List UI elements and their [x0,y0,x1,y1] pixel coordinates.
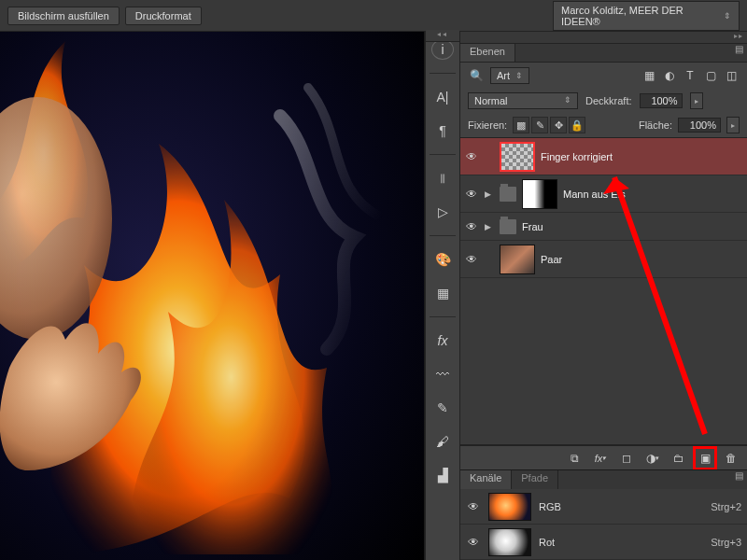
lock-label: Fixieren: [468,119,507,131]
tool-presets-icon[interactable]: 🖌 [431,431,454,452]
search-icon[interactable]: 🔍 [468,67,485,84]
visibility-toggle-icon[interactable]: 👁 [466,500,481,513]
expand-group-icon[interactable]: ▶ [485,222,494,231]
paragraph-panel-icon[interactable]: ¶ [431,120,454,141]
lock-transparency-icon[interactable]: ▩ [513,117,529,133]
visibility-toggle-icon[interactable]: 👁 [464,253,479,266]
lock-position-icon[interactable]: ✥ [550,117,567,133]
opacity-value[interactable]: 100% [640,93,683,108]
chevron-down-icon: ⇕ [724,11,731,21]
channel-thumbnail [488,528,531,556]
channels-panel: Kanäle Pfade ▤ 👁 RGB Strg+2 👁 Rot Strg+3 [460,469,747,560]
layer-row[interactable]: 👁 ▶ Mann aus Eis [460,175,747,213]
layers-panel-body: 🔍 Art ⇕ ▦ ◐ T ▢ ◫ Normal ⇕ Deckk [460,63,747,469]
workspace-label: Marco Kolditz, MEER DER IDEEN® [561,5,724,27]
delete-layer-icon[interactable]: 🗑 [723,450,740,467]
visibility-toggle-icon[interactable]: 👁 [466,536,481,549]
folder-icon [500,219,516,234]
lock-pixels-icon[interactable]: ✎ [531,117,548,133]
collapsed-panels-strip: i A| ¶ ⫴ ▷ 🎨 ▦ fx 〰 ✎ 🖌 ▟ [425,32,460,560]
layer-row[interactable]: 👁 Paar [460,241,747,278]
tab-layers[interactable]: Ebenen [460,44,515,62]
info-icon[interactable]: i [431,39,454,60]
layer-thumbnail[interactable] [500,245,535,274]
layer-row[interactable]: 👁 ▶ Frau [460,213,747,241]
layer-blend-row: Normal ⇕ Deckkraft: 100% ▸ [460,89,747,113]
channel-shortcut: Strg+3 [711,537,741,548]
channel-thumbnail [488,493,531,521]
channel-name: RGB [539,501,561,512]
channel-shortcut: Strg+2 [711,501,741,512]
lock-all-icon[interactable]: 🔒 [569,117,585,133]
fill-label: Fläche: [639,119,672,131]
opacity-label: Deckkraft: [585,95,632,106]
layers-panel-tabs: Ebenen ▤ [460,44,747,63]
filter-shape-icon[interactable]: ▢ [702,67,719,84]
layer-fx-icon[interactable]: fx▾ [592,450,609,467]
new-adjustment-icon[interactable]: ◑▾ [644,450,661,467]
print-format-button[interactable]: Druckformat [125,7,202,25]
new-group-icon[interactable]: 🗀 [670,450,687,467]
layer-list: 👁 Finger korrigiert 👁 ▶ Mann aus Eis 👁 ▶ [460,137,747,445]
tab-paths[interactable]: Pfade [512,470,558,489]
clone-source-icon[interactable]: ▷ [431,202,454,222]
workspace-dropdown[interactable]: Marco Kolditz, MEER DER IDEEN® ⇕ [553,1,740,31]
main-area: i A| ¶ ⫴ ▷ 🎨 ▦ fx 〰 ✎ 🖌 ▟ Ebenen ▤ 🔍 Art [0,32,747,560]
panel-menu-icon[interactable]: ▤ [730,470,747,489]
tab-channels[interactable]: Kanäle [460,470,512,489]
opacity-slider-toggle[interactable]: ▸ [690,92,703,109]
chevron-down-icon: ⇕ [515,71,523,80]
swatches-panel-icon[interactable]: 🎨 [431,249,454,270]
layers-panel-footer: ⧉ fx▾ ◻ ◑▾ 🗀 ▣ 🗑 [460,445,747,469]
character-panel-icon[interactable]: A| [431,87,454,107]
filter-smart-icon[interactable]: ◫ [723,67,740,84]
blend-mode-dropdown[interactable]: Normal ⇕ [468,92,578,109]
new-layer-icon[interactable]: ▣ [697,450,713,467]
visibility-toggle-icon[interactable]: 👁 [464,188,479,201]
filter-adjust-icon[interactable]: ◐ [661,67,678,84]
layer-thumbnail[interactable] [500,142,535,172]
fill-screen-button[interactable]: Bildschirm ausfüllen [7,7,120,25]
panel-menu-icon[interactable]: ▤ [730,44,747,62]
chevron-down-icon: ⇕ [564,95,571,106]
channel-list: 👁 RGB Strg+2 👁 Rot Strg+3 [460,489,747,560]
layer-filter-row: 🔍 Art ⇕ ▦ ◐ T ▢ ◫ [460,63,747,89]
expand-group-icon[interactable]: ▶ [485,189,494,199]
fill-value[interactable]: 100% [678,118,721,133]
right-panel-column: Ebenen ▤ 🔍 Art ⇕ ▦ ◐ T ▢ ◫ [460,32,747,560]
styles-panel-icon[interactable]: ▦ [431,283,454,303]
filter-pixel-icon[interactable]: ▦ [641,67,657,84]
channels-panel-tabs: Kanäle Pfade ▤ [460,470,747,489]
brush-presets-icon[interactable]: ⫴ [431,168,454,189]
layer-row[interactable]: 👁 Finger korrigiert [460,138,747,175]
channel-row[interactable]: 👁 RGB Strg+2 [460,489,747,525]
layer-mask-thumbnail[interactable] [522,179,557,209]
fill-slider-toggle[interactable]: ▸ [726,117,740,133]
visibility-toggle-icon[interactable]: 👁 [464,150,479,163]
options-bar: Bildschirm ausfüllen Druckformat Marco K… [0,0,747,32]
visibility-toggle-icon[interactable]: 👁 [464,220,479,233]
document-canvas[interactable] [0,32,425,560]
layer-name-label: Frau [522,221,543,232]
fx-panel-icon[interactable]: fx [431,330,454,351]
brush-settings-icon[interactable]: ✎ [431,398,454,418]
pattern-stamp-icon[interactable]: ▟ [431,465,454,485]
brush-panel-icon[interactable]: 〰 [431,364,454,385]
layer-lock-row: Fixieren: ▩ ✎ ✥ 🔒 Fläche: 100% ▸ [460,113,747,137]
layer-name-label: Mann aus Eis [563,189,626,200]
link-layers-icon[interactable]: ⧉ [566,450,583,467]
add-mask-icon[interactable]: ◻ [618,450,635,467]
channel-name: Rot [539,537,555,548]
folder-icon [500,187,516,202]
channel-row[interactable]: 👁 Rot Strg+3 [460,525,747,560]
layer-filter-dropdown[interactable]: Art ⇕ [490,67,529,84]
layer-name-label: Paar [541,254,562,265]
filter-type-icon[interactable]: T [682,67,698,84]
layer-name-label: Finger korrigiert [541,151,613,162]
